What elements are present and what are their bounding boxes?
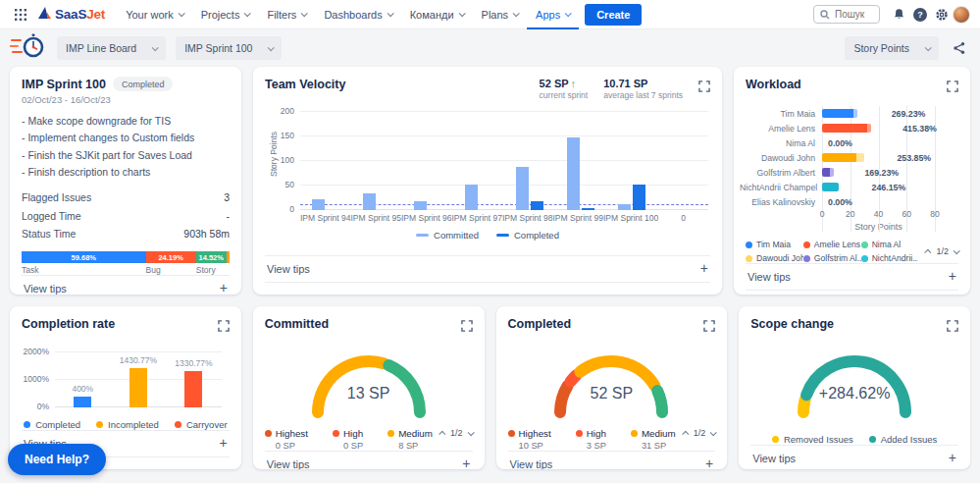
bar-completed [582,208,594,211]
x-tick-label: IPM Sprint 96 [401,213,452,223]
completion-title: Completion rate [22,317,115,331]
view-tips-row[interactable]: View tips [265,255,710,283]
nav-item-plans[interactable]: Plans [473,0,528,29]
legend-dot [861,242,868,248]
bar-track: 0.00% [822,135,935,150]
bar-committed [465,185,478,211]
create-button[interactable]: Create [585,4,642,26]
bar-value-label: 1430.77% [120,355,157,365]
assignee-name: Elias Kalinovskiy [740,197,822,207]
bar-track: 0.00% [822,194,935,209]
expand-icon[interactable] [703,318,715,336]
bar-committed [516,167,529,210]
nav-item-команди[interactable]: Команди [401,0,473,29]
sprint-select[interactable]: IMP Sprint 100 [176,36,282,60]
y-tick-label: 1000% [20,374,49,384]
user-avatar[interactable] [953,6,970,24]
breakdown-labels: TaskBugStory [22,263,230,275]
team-velocity-card: Team Velocity 52 SP current sprint 10.71… [253,67,722,295]
legend-item: Incompleted [96,419,159,430]
breakdown-segment-label: Story [196,263,227,275]
expand-icon[interactable] [947,79,958,96]
up-arrow-icon [569,78,577,89]
chevron-down-icon[interactable] [954,247,960,254]
plus-icon[interactable] [705,458,713,469]
nav-item-your-work[interactable]: Your work [117,0,192,29]
legend-label: Dawoudi John [756,253,803,263]
bar-value-label: 1330.77% [175,358,212,368]
help-icon[interactable] [909,4,931,26]
expand-icon[interactable] [218,318,230,336]
velocity-plot-area: 050100150200 [300,112,708,210]
view-tips-row[interactable]: View tips [746,263,958,291]
plus-icon[interactable] [462,458,470,469]
plus-icon[interactable] [220,438,228,450]
legend-label: Completed [514,230,559,241]
nav-item-projects[interactable]: Projects [192,0,259,29]
chevron-down-icon [152,44,159,51]
legend-item: Added Issues [869,434,938,445]
share-icon[interactable] [949,37,970,59]
expand-icon[interactable] [698,79,710,96]
legend-label: Highest [276,428,308,439]
legend-label: Committed [434,230,479,241]
legend-dot [803,242,810,248]
brand-logo[interactable]: SaaSJet [37,6,105,24]
plus-icon[interactable] [700,263,708,275]
percent-label: 0.00% [828,197,852,207]
search-box[interactable] [813,5,880,24]
pager-label: 1/2 [936,246,949,256]
chevron-up-icon[interactable] [438,430,445,437]
need-help-button[interactable]: Need Help? [8,444,106,475]
pager-label: 1/2 [694,428,706,438]
chevron-down-icon [178,10,184,17]
percent-label: 0.00% [828,138,852,148]
legend-dot [576,430,583,437]
legend-dot [265,430,272,437]
nav-item-filters[interactable]: Filters [258,0,315,29]
legend-item: NichtAndrii... [861,253,919,263]
plus-icon[interactable] [949,271,956,283]
legend-item: Tim Maia [746,240,803,249]
view-tips-row[interactable]: View tips [508,451,716,469]
expand-icon[interactable] [461,318,473,336]
notifications-bell-icon[interactable] [888,4,909,26]
view-tips-row[interactable]: View tips [22,275,230,295]
cards-row-2: Completion rate 0%1000%2000%400%1430.77%… [10,306,970,469]
nav-item-dashboards[interactable]: Dashboards [315,0,400,29]
workload-chart: Tim Maia269.23%Amelie Lens415.38%Nima Al… [740,106,960,232]
settings-gear-icon[interactable] [931,4,953,26]
workload-bar [822,153,891,162]
bar-overflow [830,168,834,177]
expand-icon[interactable] [947,318,958,336]
nav-item-apps[interactable]: Apps [527,0,579,29]
bars-layer [300,112,708,210]
view-tips-label: View tips [752,453,796,464]
view-tips-row[interactable]: View tips [265,451,473,469]
search-input[interactable] [835,9,873,20]
x-tick-label: IPM Sprint 97 [452,213,503,223]
scope-gauge: +284.62% [739,340,970,422]
app-switcher-icon[interactable] [10,4,31,26]
chevron-down-icon[interactable] [710,429,717,436]
sprint-goals: - Make scope downgrade for TIS- Implemen… [10,105,241,181]
breakdown-segment-label [227,263,230,275]
breakdown-bar: 59.68%24.19%14.52% [22,251,230,263]
completed-value: 52 SP [496,385,728,402]
chevron-up-icon[interactable] [682,430,689,437]
brand-mark-icon [37,6,52,24]
y-tick-label: 2000% [20,347,49,356]
legend-label: Medium [398,428,433,439]
bar-overflow [856,153,864,162]
completed-legend: Highest10 SPHigh3 SPMedium31 SP 1/2 [496,422,728,451]
nav-item-label: Apps [536,9,560,21]
y-tick-label: 150 [269,131,294,140]
chevron-up-icon[interactable] [925,248,932,255]
plus-icon[interactable] [220,283,228,295]
x-tick-label: IPM Sprint 99 [553,213,604,223]
board-select[interactable]: IMP Line Board [57,36,166,60]
plus-icon[interactable] [949,453,956,464]
unit-select[interactable]: Story Points [845,36,939,60]
chevron-down-icon[interactable] [467,429,474,436]
view-tips-row[interactable]: View tips [750,445,958,469]
